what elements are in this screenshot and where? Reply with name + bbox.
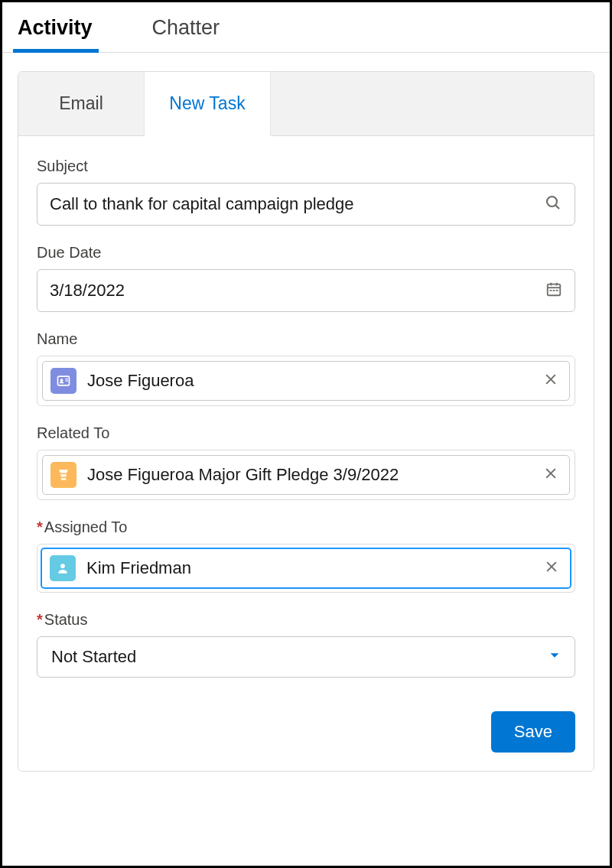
status-select[interactable]: Not Started [37, 636, 575, 678]
clear-assigned-to-icon[interactable] [541, 556, 562, 580]
calendar-icon[interactable] [545, 281, 562, 301]
sub-tab-bar: Email New Task [18, 72, 594, 136]
user-icon [50, 555, 76, 581]
field-name: Name Jose Figueroa [37, 330, 575, 406]
subject-input-wrap[interactable] [37, 183, 575, 226]
field-related-to: Related To Jose Figueroa Major Gift Pled… [37, 424, 575, 500]
subject-input[interactable] [50, 184, 536, 225]
related-to-label: Related To [37, 424, 575, 442]
required-indicator-icon: * [37, 519, 43, 535]
chevron-down-icon [549, 649, 561, 665]
sub-tab-email[interactable]: Email [18, 72, 145, 135]
related-to-lookup[interactable]: Jose Figueroa Major Gift Pledge 3/9/2022 [37, 450, 575, 500]
due-date-input[interactable] [50, 270, 538, 311]
name-value: Jose Figueroa [87, 371, 540, 391]
svg-point-19 [60, 564, 65, 568]
name-pill: Jose Figueroa [42, 361, 570, 401]
due-date-label: Due Date [37, 244, 575, 262]
svg-point-11 [60, 379, 63, 382]
related-to-pill: Jose Figueroa Major Gift Pledge 3/9/2022 [42, 455, 570, 495]
opportunity-icon [50, 462, 76, 488]
name-label: Name [37, 330, 575, 348]
svg-rect-6 [550, 290, 552, 291]
assigned-to-value: Kim Friedman [86, 558, 541, 578]
save-button[interactable]: Save [491, 711, 575, 753]
status-value: Not Started [51, 647, 549, 667]
related-to-value: Jose Figueroa Major Gift Pledge 3/9/2022 [87, 465, 540, 485]
due-date-input-wrap[interactable] [37, 269, 575, 312]
assigned-to-pill: Kim Friedman [41, 548, 571, 589]
field-subject: Subject [37, 158, 575, 226]
svg-rect-8 [556, 290, 558, 291]
svg-rect-7 [553, 290, 555, 291]
status-label: *Status [37, 611, 575, 629]
field-status: *Status Not Started [37, 611, 575, 678]
tab-activity[interactable]: Activity [18, 2, 114, 52]
search-icon[interactable] [544, 193, 562, 215]
field-due-date: Due Date [37, 244, 575, 312]
form-footer: Save [18, 708, 594, 771]
assigned-to-lookup[interactable]: Kim Friedman [37, 544, 575, 593]
field-assigned-to: *Assigned To Kim Friedman [37, 519, 575, 593]
clear-name-icon[interactable] [540, 369, 562, 393]
activity-panel: Email New Task Subject Due Date [18, 71, 594, 772]
required-indicator-icon: * [37, 611, 43, 628]
name-lookup[interactable]: Jose Figueroa [37, 356, 575, 406]
subject-label: Subject [37, 158, 575, 175]
contact-icon [50, 368, 76, 394]
main-tab-bar: Activity Chatter [2, 2, 610, 53]
new-task-form: Subject Due Date Name [18, 136, 594, 708]
tab-chatter[interactable]: Chatter [152, 2, 242, 52]
svg-line-1 [555, 205, 559, 209]
svg-rect-16 [61, 478, 67, 480]
assigned-to-label: *Assigned To [37, 519, 575, 536]
sub-tab-new-task[interactable]: New Task [145, 72, 271, 136]
svg-point-0 [547, 197, 557, 206]
clear-related-to-icon[interactable] [540, 463, 562, 487]
